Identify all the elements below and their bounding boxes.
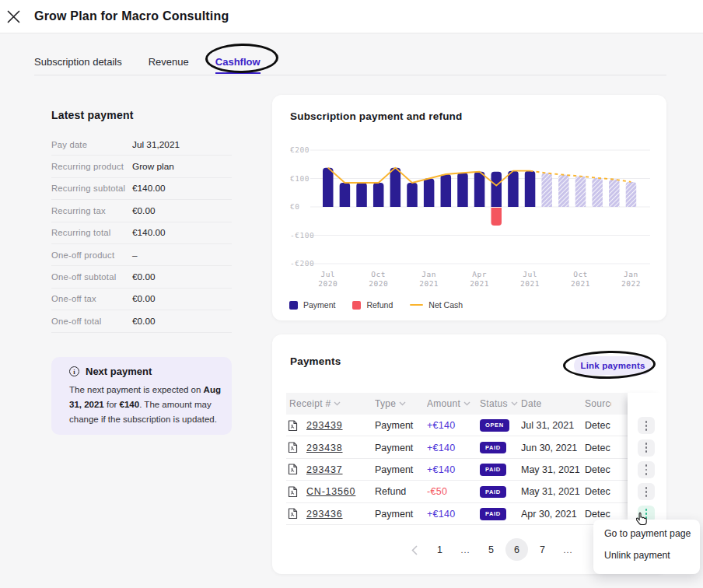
tab-revenue[interactable]: Revenue — [149, 56, 189, 74]
row-actions-kebab[interactable] — [638, 461, 655, 478]
svg-text:Jan: Jan — [421, 270, 436, 278]
detail-row: One-off tax€0.00 — [51, 289, 232, 310]
sort-chevron-icon — [463, 401, 470, 406]
next-payment-callout: i Next payment The next payment is expec… — [51, 357, 232, 435]
pagination-ellipsis: ... — [555, 538, 581, 562]
svg-text:2021: 2021 — [419, 279, 439, 288]
info-icon: i — [69, 366, 79, 376]
sort-chevron-icon — [334, 401, 341, 406]
close-icon[interactable] — [7, 10, 20, 23]
menu-item-unlink-payment[interactable]: Unlink payment — [593, 544, 700, 566]
detail-value: €0.00 — [132, 271, 156, 282]
column-header-amount[interactable]: Amount — [427, 393, 478, 415]
date-cell: Apr 30, 2021 — [521, 503, 583, 525]
status-cell: PAID — [480, 503, 519, 525]
receipt-pdf-cell[interactable] — [288, 415, 300, 436]
column-header-type[interactable]: Type — [375, 393, 425, 415]
svg-text:2021: 2021 — [520, 279, 540, 288]
tab-cashflow[interactable]: Cashflow — [215, 56, 261, 74]
status-cell: OPEN — [480, 415, 519, 436]
column-header-status[interactable]: Status — [480, 393, 519, 415]
column-header-receipt-[interactable]: Receipt # — [289, 393, 373, 415]
column-header-date: Date — [521, 393, 583, 415]
receipt-link[interactable]: 293437 — [306, 459, 372, 481]
receipt-pdf-cell[interactable] — [288, 503, 300, 525]
status-badge: PAID — [480, 508, 506, 520]
payments-title: Payments — [290, 355, 341, 367]
receipt-pdf-cell[interactable] — [288, 436, 300, 458]
svg-text:-€100: -€100 — [290, 231, 314, 240]
detail-label: One-off product — [51, 250, 132, 260]
detail-row: One-off product– — [51, 244, 232, 266]
receipt-link[interactable]: 293439 — [306, 415, 372, 436]
payment-row: CN-13560Refund-€50PAIDMay 31, 2021Detect… — [286, 481, 628, 502]
pagination-page-5[interactable]: 5 — [478, 538, 504, 562]
detail-row: Recurring productGrow plan — [51, 156, 232, 177]
pagination-ellipsis: ... — [453, 538, 478, 562]
pagination-page-6[interactable]: 6 — [504, 538, 530, 562]
status-cell: PAID — [480, 436, 519, 458]
receipt-link[interactable]: 293436 — [306, 503, 372, 525]
latest-payment-title: Latest payment — [51, 109, 134, 121]
svg-text:Jan: Jan — [624, 270, 638, 278]
amount-cell: +€140 — [427, 459, 477, 481]
chart-legend: PaymentRefundNet Cash — [289, 300, 463, 310]
actions-column — [628, 393, 666, 525]
detail-label: One-off tax — [51, 294, 132, 303]
payment-row: 293438Payment+€140PAIDJun 30, 2021Detect… — [286, 436, 628, 458]
svg-text:2021: 2021 — [571, 279, 590, 288]
chart-card: Subscription payment and refund €200€100… — [272, 95, 666, 320]
row-actions-kebab[interactable] — [638, 439, 655, 457]
link-payments-button[interactable]: Link payments — [574, 356, 652, 375]
tab-bar: Subscription detailsRevenueCashflow — [34, 56, 261, 74]
receipt-pdf-cell[interactable] — [288, 481, 300, 502]
detail-value: Jul 31,2021 — [132, 139, 180, 150]
detail-value: €0.00 — [132, 293, 156, 304]
svg-text:2021: 2021 — [470, 279, 489, 288]
receipt-link[interactable]: 293438 — [306, 436, 372, 458]
detail-row: Recurring total€140.00 — [51, 222, 232, 244]
next-payment-title-row: i Next payment — [69, 366, 224, 377]
svg-text:Apr: Apr — [472, 270, 487, 278]
amount-cell: -€50 — [427, 481, 477, 502]
pagination-page-1[interactable]: 1 — [427, 538, 453, 562]
pagination-prev-icon[interactable] — [401, 538, 427, 562]
status-badge: PAID — [480, 464, 506, 476]
type-cell: Payment — [375, 459, 425, 481]
status-cell: PAID — [480, 481, 519, 502]
type-cell: Payment — [375, 503, 425, 525]
next-payment-title: Next payment — [86, 366, 152, 377]
status-badge: PAID — [480, 442, 506, 454]
receipt-link[interactable]: CN-13560 — [306, 481, 372, 502]
detail-value: €140.00 — [132, 183, 166, 194]
type-cell: Refund — [375, 481, 425, 502]
row-actions-kebab[interactable] — [638, 483, 655, 500]
detail-value: Grow plan — [132, 161, 174, 172]
amount-cell: +€140 — [427, 436, 477, 458]
svg-text:Oct: Oct — [573, 270, 588, 278]
tabs-divider — [34, 75, 666, 75]
svg-text:€200: €200 — [290, 145, 310, 154]
legend-item-refund: Refund — [352, 300, 393, 310]
source-cell: Detected — [585, 481, 610, 502]
payments-table-body: 293439Payment+€140OPENJul 31, 2021Detect… — [286, 415, 628, 525]
svg-text:€0: €0 — [290, 202, 299, 211]
svg-text:2020: 2020 — [318, 279, 338, 288]
row-actions-kebab[interactable] — [638, 417, 655, 434]
payment-row: 293437Payment+€140PAIDMay 31, 2021Detect… — [286, 459, 628, 481]
next-payment-text: The next payment is expected on Aug 31, … — [69, 383, 223, 427]
svg-text:€100: €100 — [290, 174, 310, 183]
detail-label: Recurring total — [51, 228, 132, 237]
sort-chevron-icon — [511, 401, 518, 406]
source-cell: Detected — [585, 459, 610, 481]
column-header-source: Source — [585, 393, 611, 415]
pagination-page-7[interactable]: 7 — [530, 538, 555, 562]
receipt-pdf-cell[interactable] — [288, 459, 300, 481]
date-cell: May 31, 2021 — [521, 481, 583, 502]
row-context-menu: Go to payment pageUnlink payment — [593, 520, 700, 574]
svg-text:Jul: Jul — [523, 270, 537, 278]
svg-text:2022: 2022 — [621, 279, 641, 288]
tab-subscription-details[interactable]: Subscription details — [34, 56, 122, 74]
detail-value: €140.00 — [132, 227, 166, 238]
svg-text:Jul: Jul — [320, 270, 335, 278]
